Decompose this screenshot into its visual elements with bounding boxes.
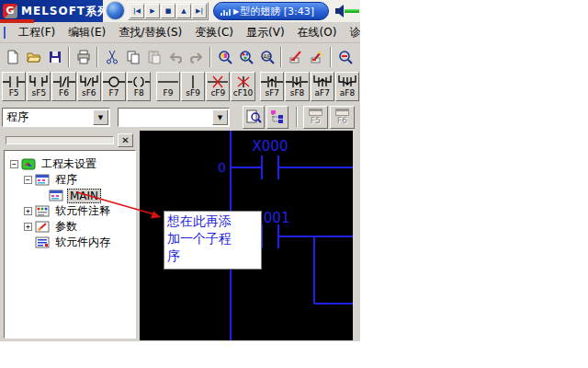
volume-speaker-icon[interactable] (333, 3, 360, 19)
tree-item-参数[interactable]: +参数 (5, 219, 135, 235)
paste-button[interactable] (143, 46, 164, 68)
project-data-list-button[interactable] (266, 106, 288, 129)
fkey-F5-button[interactable]: F5 (2, 72, 26, 101)
tree-item-label[interactable]: 工程未设置 (40, 156, 98, 172)
program-icon (35, 174, 50, 186)
fkey-sF8-button[interactable]: sF8 (285, 72, 309, 101)
fkey-label: F9 (163, 88, 173, 98)
fkey-sF6-button[interactable]: sF6 (77, 72, 101, 101)
stop-button[interactable]: ■ (161, 4, 175, 18)
chevron-down-icon[interactable]: ▼ (93, 109, 108, 125)
fkey-sF5-button[interactable]: sF5 (27, 72, 51, 101)
annotation-note: 想在此再添 加一个子程 序 (164, 211, 262, 270)
contact_closed-icon (53, 75, 75, 88)
device-test-button[interactable] (285, 46, 306, 68)
redo-button[interactable] (186, 46, 207, 68)
undo-button[interactable] (164, 46, 186, 68)
media-player-logo-icon[interactable] (106, 1, 125, 20)
fkey-cF9-button[interactable]: cF9 (206, 72, 230, 101)
media-player: |◀▶■▲▶| ▶ 型的翅膀 [3:43] (103, 0, 360, 22)
fkey-aF7-button[interactable]: aF7 (311, 72, 334, 101)
pulse_up_par-icon (311, 75, 334, 88)
program-check-button[interactable] (243, 106, 265, 129)
ladder-block-f6-button-disabled[interactable]: F6 (330, 106, 355, 129)
mdi-child-icon[interactable] (4, 27, 6, 39)
block-combobox[interactable]: ▼ (118, 108, 230, 127)
tree-item-软元件注释[interactable]: +软元件注释 (5, 203, 135, 219)
braces-icon (128, 75, 150, 88)
fkey-label: aF8 (340, 88, 355, 98)
tree-item-label[interactable]: MAIN (67, 189, 101, 203)
collapse-minus-icon[interactable]: − (24, 176, 32, 184)
panel-gripper[interactable] (6, 136, 114, 144)
toolbar-separator (280, 47, 282, 67)
tree-item-程序[interactable]: −程序 (5, 172, 135, 188)
fkey-label: F8 (134, 88, 144, 98)
collapse-minus-icon[interactable]: − (10, 160, 18, 168)
eject-button[interactable]: ▲ (176, 4, 191, 18)
new-button[interactable] (2, 46, 23, 68)
chevron-down-icon[interactable]: ▼ (212, 109, 228, 125)
fkey-F9-button[interactable]: F9 (156, 72, 180, 101)
contact_closed_par-icon (78, 75, 100, 88)
vline-icon (182, 75, 204, 88)
expand-plus-icon[interactable]: + (24, 207, 32, 215)
save-button[interactable] (44, 46, 65, 68)
gray-button-label: F5 (311, 116, 321, 125)
tree-item-MAIN[interactable]: MAIN (5, 188, 135, 203)
copy-button[interactable] (122, 46, 143, 68)
fkey-label: sF5 (32, 88, 47, 98)
program-combobox-value: 程序 (3, 109, 92, 125)
tree-item-label[interactable]: 软元件注释 (53, 203, 112, 219)
menu-item[interactable]: 在线(O) (291, 23, 344, 43)
find-string-button[interactable]: AB (256, 46, 277, 68)
find-device-button[interactable] (235, 46, 256, 68)
fkey-sF7-button[interactable]: sF7 (260, 72, 284, 101)
ladder-symbol-toolbar: F5sF5F6sF6F7F8F9sF9cF9cF10sF7sF8aF7aF8 (0, 70, 360, 103)
previous-track-button[interactable]: |◀ (130, 4, 144, 18)
contact_open_par-icon (28, 75, 50, 88)
fkey-F7-button[interactable]: F7 (102, 72, 126, 101)
fkey-aF8-button[interactable]: aF8 (335, 72, 359, 101)
tree-view-icon (269, 109, 286, 125)
print-button[interactable] (73, 46, 94, 68)
tree-item-工程未设置[interactable]: −工程未设置 (5, 156, 135, 172)
menu-item[interactable]: 编辑(E) (62, 23, 112, 43)
contact-label-x000[interactable]: X000 (253, 138, 288, 155)
next-track-button[interactable]: ▶| (192, 4, 207, 18)
tree-item-label[interactable]: 程序 (53, 172, 79, 188)
monitor-button[interactable] (334, 46, 356, 68)
menu-item[interactable]: 诊 (343, 23, 360, 43)
program-combobox[interactable]: 程序 ▼ (2, 108, 110, 127)
contact_open-icon (3, 75, 25, 88)
fkey-F8-button[interactable]: F8 (127, 72, 151, 101)
find-button[interactable] (214, 46, 235, 68)
fkey-F6-button[interactable]: F6 (51, 72, 75, 101)
app-icon: G (3, 4, 17, 18)
tree-item-label[interactable]: 软元件内存 (53, 235, 112, 250)
expand-plus-icon[interactable]: + (24, 223, 32, 231)
fkey-label: sF9 (186, 88, 200, 98)
play-button[interactable]: ▶ (145, 4, 160, 18)
menu-item[interactable]: 显示(V) (240, 23, 291, 43)
fkey-label: F6 (59, 88, 69, 98)
fkey-sF9-button[interactable]: sF9 (181, 72, 205, 101)
menu-item[interactable]: 查找/替换(S) (112, 23, 188, 43)
tree-item-软元件内存[interactable]: 软元件内存 (5, 235, 135, 250)
fkey-cF10-button[interactable]: cF10 (231, 72, 254, 101)
open-button[interactable] (23, 46, 44, 68)
hline-icon (157, 75, 179, 88)
menu-item[interactable]: 工程(F) (12, 23, 62, 43)
song-title: 型的翅膀 (240, 5, 280, 18)
step-number: 0 (218, 160, 226, 175)
tree-item-label[interactable]: 参数 (53, 219, 79, 235)
now-playing-pill[interactable]: ▶ 型的翅膀 [3:43] (213, 2, 329, 20)
project-tree: −工程未设置−程序MAIN+软元件注释+参数软元件内存 (4, 150, 136, 339)
main-toolbar: AB (0, 44, 360, 70)
ladder-block-f5-button-disabled[interactable]: F5 (303, 106, 328, 129)
page-magnifier-icon (245, 109, 262, 125)
panel-close-button[interactable]: ✕ (118, 133, 133, 147)
menu-item[interactable]: 变换(C) (188, 23, 240, 43)
device-batch-button[interactable] (306, 46, 327, 68)
cut-button[interactable] (101, 46, 122, 68)
